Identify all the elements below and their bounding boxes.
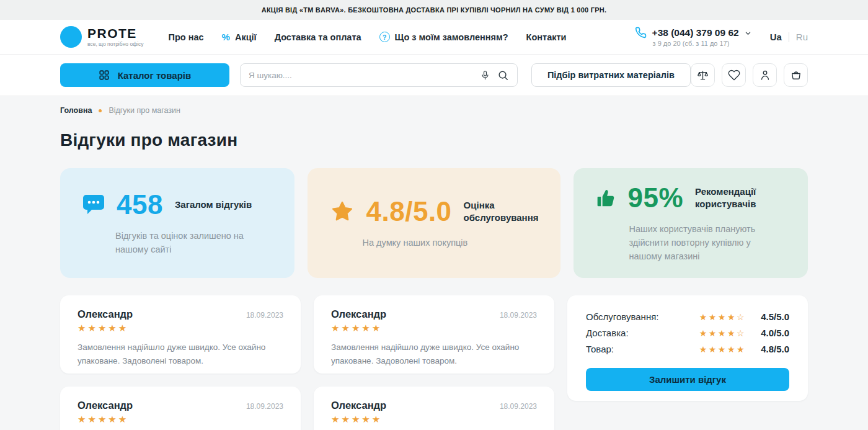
stat-desc-recommend: Наших користувачів планують здійснити по… bbox=[629, 223, 786, 263]
language-switcher: Ua Ru bbox=[770, 32, 808, 42]
cart-button[interactable] bbox=[784, 63, 808, 87]
thumbs-up-icon bbox=[596, 187, 616, 208]
nav-item-contacts[interactable]: Контакти bbox=[526, 32, 567, 42]
rating-stars-icon: ★★★★★ bbox=[699, 344, 746, 354]
review-card: Олександр 18.09.2023 ★★★★★ Замовлення на… bbox=[60, 295, 301, 374]
stat-label-recommend: Рекомендації користувачів bbox=[695, 186, 786, 211]
leave-review-button[interactable]: Залишити відгук bbox=[586, 368, 789, 391]
rating-row-product: Товар: ★★★★★ 4.8/5.0 bbox=[586, 344, 789, 354]
search-input[interactable] bbox=[249, 71, 480, 80]
logo-tagline: все, що потрібно офісу bbox=[87, 41, 144, 47]
review-stars-icon: ★★★★★ bbox=[331, 323, 537, 334]
review-stars-icon: ★★★★★ bbox=[78, 414, 283, 425]
nav-item-delivery[interactable]: Доставка та оплата bbox=[275, 32, 361, 42]
catalog-button[interactable]: Каталог товарів bbox=[60, 63, 229, 87]
star-icon bbox=[330, 200, 355, 223]
reviews-column-2: Олександр 18.09.2023 ★★★★★ Замовлення на… bbox=[314, 295, 554, 430]
review-stars-icon: ★★★★★ bbox=[331, 414, 537, 425]
stat-label-total: Загалом відгуків bbox=[175, 199, 252, 211]
breadcrumb-home[interactable]: Головна bbox=[60, 106, 92, 115]
main-content: Головна Відгуки про магазин Відгуки про … bbox=[0, 96, 868, 430]
chevron-down-icon bbox=[745, 30, 751, 37]
page-title: Відгуки про магазин bbox=[60, 130, 808, 150]
header: PROTE все, що потрібно офісу Про нас % А… bbox=[0, 20, 868, 55]
rating-value: 4.0/5.0 bbox=[755, 328, 789, 338]
main-nav: Про нас % Акції Доставка та оплата ? Що … bbox=[169, 32, 567, 42]
review-text: Замовлення надійшло дуже швидко. Усе оха… bbox=[331, 341, 537, 367]
rating-row-service: Обслуговування: ★★★★☆ 4.5/5.0 bbox=[586, 311, 789, 322]
review-author: Олександр bbox=[78, 308, 133, 320]
microphone-icon[interactable] bbox=[480, 70, 490, 81]
rating-stars-icon: ★★★★☆ bbox=[699, 312, 746, 322]
rating-summary-panel: Обслуговування: ★★★★☆ 4.5/5.0 Доставка: … bbox=[567, 295, 808, 401]
breadcrumb: Головна Відгуки про магазин bbox=[60, 106, 808, 115]
nav-item-promos[interactable]: % Акції bbox=[222, 32, 257, 42]
phone-dropdown[interactable]: +38 (044) 379 09 62 з 9 до 20 (сб. з 11 … bbox=[635, 27, 751, 47]
wishlist-button[interactable] bbox=[722, 63, 746, 87]
lang-divider bbox=[789, 32, 789, 42]
rating-stars-icon: ★★★★☆ bbox=[699, 328, 746, 338]
stat-label-service: Оцінка обслуговування bbox=[464, 199, 539, 225]
user-icon bbox=[759, 69, 771, 81]
basket-icon bbox=[790, 69, 802, 81]
stat-desc-service: На думку наших покупців bbox=[363, 236, 539, 250]
breadcrumb-current: Відгуки про магазин bbox=[108, 106, 180, 115]
search-bar bbox=[240, 63, 518, 87]
review-author: Олександр bbox=[331, 400, 386, 411]
rating-row-delivery: Доставка: ★★★★☆ 4.0/5.0 bbox=[586, 328, 789, 338]
review-date: 18.09.2023 bbox=[500, 311, 537, 320]
stat-card-service-rating: 4.8/5.0 Оцінка обслуговування На думку н… bbox=[308, 168, 561, 278]
review-card: Олександр 18.09.2023 ★★★★★ bbox=[314, 387, 554, 430]
stat-card-recommendations: 95% Рекомендації користувачів Наших кори… bbox=[574, 168, 808, 278]
stat-value-total: 458 bbox=[117, 189, 163, 220]
phone-icon bbox=[635, 27, 647, 38]
header-icon-buttons bbox=[691, 63, 808, 87]
promo-banner-text: АКЦІЯ ВІД «ТМ BARVA». БЕЗКОШТОВНА ДОСТАВ… bbox=[262, 6, 607, 14]
stats-cards: 458 Загалом відгуків Відгуків та оцінок … bbox=[60, 168, 808, 278]
reviews-section: Олександр 18.09.2023 ★★★★★ Замовлення на… bbox=[60, 295, 808, 430]
heart-icon bbox=[728, 69, 740, 81]
rating-value: 4.5/5.0 bbox=[755, 311, 789, 322]
promo-banner: АКЦІЯ ВІД «ТМ BARVA». БЕЗКОШТОВНА ДОСТАВ… bbox=[0, 0, 868, 20]
lang-ru[interactable]: Ru bbox=[796, 32, 808, 42]
stat-value-service: 4.8/5.0 bbox=[366, 196, 452, 227]
account-button[interactable] bbox=[753, 63, 777, 87]
review-stars-icon: ★★★★★ bbox=[78, 323, 283, 334]
scales-icon bbox=[696, 69, 709, 82]
search-icon[interactable] bbox=[497, 69, 509, 81]
nav-item-about[interactable]: Про нас bbox=[169, 32, 204, 42]
consumables-button[interactable]: Підбір витратних матеріалів bbox=[531, 63, 691, 87]
compare-button[interactable] bbox=[691, 63, 715, 87]
review-date: 18.09.2023 bbox=[500, 402, 537, 411]
working-hours: з 9 до 20 (сб. з 11 до 17) bbox=[653, 40, 751, 47]
review-card: Олександр 18.09.2023 ★★★★★ Замовлення на… bbox=[314, 295, 554, 374]
stat-value-recommend: 95% bbox=[627, 182, 683, 213]
review-date: 18.09.2023 bbox=[246, 311, 283, 320]
question-icon: ? bbox=[379, 32, 390, 42]
phone-number: +38 (044) 379 09 62 bbox=[652, 27, 739, 38]
lang-ua[interactable]: Ua bbox=[770, 32, 782, 42]
review-author: Олександр bbox=[331, 308, 386, 320]
nav-item-order-status[interactable]: ? Що з моїм замовленням? bbox=[379, 32, 508, 42]
reviews-column-1: Олександр 18.09.2023 ★★★★★ Замовлення на… bbox=[60, 295, 301, 430]
logo-name: PROTE bbox=[87, 27, 144, 40]
stat-card-total-reviews: 458 Загалом відгуків Відгуків та оцінок … bbox=[60, 168, 294, 278]
review-card: Олександр 18.09.2023 ★★★★★ bbox=[60, 387, 301, 430]
logo[interactable]: PROTE все, що потрібно офісу bbox=[60, 26, 144, 48]
logo-circle-icon bbox=[60, 26, 82, 48]
chat-icon bbox=[82, 194, 105, 215]
rating-value: 4.8/5.0 bbox=[755, 344, 789, 354]
review-text: Замовлення надійшло дуже швидко. Усе оха… bbox=[78, 341, 283, 367]
percent-icon: % bbox=[222, 32, 230, 42]
breadcrumb-dot-icon bbox=[99, 109, 102, 112]
grid-icon bbox=[99, 69, 110, 81]
toolbar: Каталог товарів Підбір витратних матеріа… bbox=[0, 55, 868, 96]
review-author: Олександр bbox=[78, 400, 133, 411]
review-date: 18.09.2023 bbox=[246, 402, 283, 411]
stat-desc-total: Відгуків та оцінок залишено на нашому са… bbox=[115, 230, 272, 257]
